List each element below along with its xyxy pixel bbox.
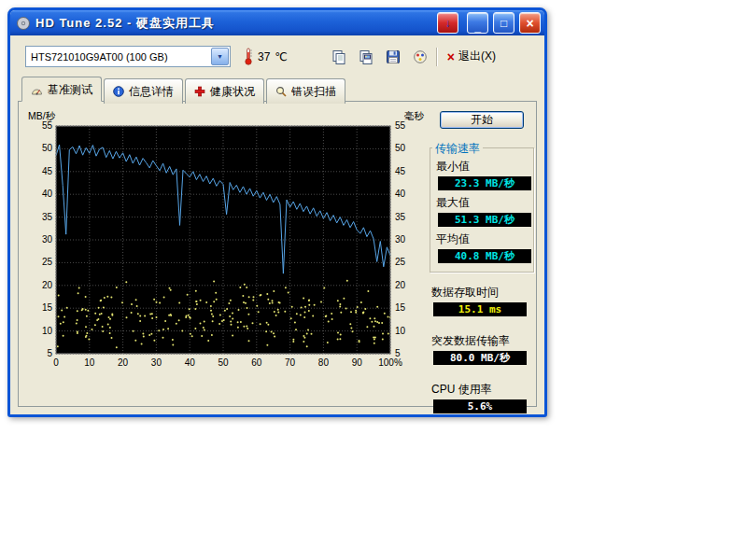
svg-text:40: 40 [395, 189, 406, 199]
svg-text:55: 55 [395, 120, 406, 131]
svg-text:80: 80 [318, 357, 330, 368]
svg-text:45: 45 [42, 166, 53, 176]
health-cross-icon [194, 86, 205, 97]
info-icon [113, 86, 124, 97]
access-time-value: 15.1 ms [433, 302, 527, 316]
window-title: HD Tune 2.52 - 硬盘实用工具 [35, 15, 432, 32]
tab-benchmark[interactable]: 基准测试 [21, 77, 102, 102]
chevron-down-icon[interactable]: ▼ [211, 48, 229, 65]
svg-text:35: 35 [395, 212, 406, 222]
benchmark-chart: 5555505045454040353530302525202015151010… [22, 107, 426, 402]
save-icon [386, 49, 401, 64]
svg-text:40: 40 [185, 357, 196, 368]
download-button[interactable]: ↓ [437, 12, 458, 34]
svg-text:70: 70 [285, 357, 296, 368]
svg-text:20: 20 [42, 280, 53, 290]
toolbar: HTS721010G9AT00 (100 GB) ▼ 37 ℃ [10, 35, 544, 74]
tab-error-scan-label: 错误扫描 [291, 84, 336, 100]
title-bar[interactable]: HD Tune 2.52 - 硬盘实用工具 ↓ _ □ × [10, 10, 544, 35]
burst-rate-label: 突发数据传输率 [431, 333, 534, 349]
magnifier-icon [275, 86, 287, 97]
svg-text:50: 50 [42, 143, 53, 153]
avg-value: 40.8 MB/秒 [438, 249, 531, 263]
maximize-button[interactable]: □ [493, 12, 514, 34]
options-icon [413, 49, 428, 64]
tab-error-scan[interactable]: 错误扫描 [266, 78, 345, 104]
tab-health[interactable]: 健康状况 [185, 78, 264, 104]
svg-text:MB/秒: MB/秒 [28, 110, 56, 121]
gauge-icon [31, 85, 43, 96]
thermometer-icon [244, 48, 253, 65]
app-window: HD Tune 2.52 - 硬盘实用工具 ↓ _ □ × HTS721010G… [7, 7, 547, 417]
access-time-label: 数据存取时间 [431, 285, 534, 301]
svg-text:20: 20 [395, 280, 406, 290]
svg-text:100%: 100% [378, 357, 402, 368]
svg-text:毫秒: 毫秒 [404, 110, 425, 121]
exit-x-icon: × [447, 50, 455, 63]
cpu-usage-section: CPU 使用率 5.6% [430, 381, 534, 417]
svg-text:5: 5 [47, 348, 52, 358]
temperature-indicator: 37 ℃ [244, 48, 288, 65]
svg-text:30: 30 [395, 234, 406, 245]
min-value: 23.3 MB/秒 [438, 176, 531, 190]
toolbar-icons [329, 47, 430, 67]
svg-text:10: 10 [395, 326, 406, 336]
close-button[interactable]: × [519, 12, 541, 34]
burst-rate-value: 80.0 MB/秒 [433, 351, 527, 365]
exit-button[interactable]: × 退出(X) [444, 47, 500, 66]
drive-select[interactable]: HTS721010G9AT00 (100 GB) ▼ [25, 46, 231, 67]
copy-image-icon [359, 49, 374, 64]
max-label: 最大值 [436, 195, 529, 211]
save-button[interactable] [383, 47, 403, 67]
copy-image-button[interactable] [356, 47, 376, 67]
svg-text:15: 15 [42, 302, 53, 313]
tab-health-label: 健康状况 [210, 84, 255, 100]
exit-button-label: 退出(X) [458, 49, 496, 64]
burst-rate-section: 突发数据传输率 80.0 MB/秒 [430, 332, 534, 370]
copy-icon [331, 49, 346, 64]
app-icon [16, 16, 31, 31]
tab-benchmark-label: 基准测试 [48, 82, 92, 98]
transfer-rate-group-title: 传输速率 [432, 141, 483, 157]
drive-select-value: HTS721010G9AT00 (100 GB) [26, 51, 210, 63]
svg-text:30: 30 [151, 357, 162, 368]
svg-text:30: 30 [42, 234, 53, 245]
tab-info[interactable]: 信息详情 [104, 78, 183, 104]
tab-info-label: 信息详情 [129, 84, 174, 100]
svg-text:0: 0 [53, 357, 59, 368]
options-button[interactable] [410, 47, 430, 67]
toolbar-separator [436, 48, 438, 66]
svg-text:10: 10 [84, 357, 95, 368]
svg-text:20: 20 [118, 357, 129, 368]
start-button[interactable]: 开始 [440, 111, 524, 129]
svg-text:35: 35 [42, 212, 53, 222]
cpu-usage-value: 5.6% [433, 399, 527, 413]
temperature-value: 37 [258, 50, 270, 63]
svg-text:50: 50 [218, 357, 229, 368]
svg-text:40: 40 [42, 189, 53, 199]
svg-text:25: 25 [42, 257, 53, 267]
svg-text:15: 15 [395, 302, 406, 313]
copy-text-button[interactable] [329, 47, 349, 67]
transfer-rate-group: 传输速率 最小值 23.3 MB/秒 最大值 51.3 MB/秒 平均值 40.… [430, 147, 534, 273]
temperature-unit: ℃ [275, 50, 287, 63]
svg-text:10: 10 [42, 326, 53, 336]
svg-text:90: 90 [352, 357, 363, 368]
benchmark-panel: 5555505045454040353530302525202015151010… [18, 101, 537, 407]
svg-text:60: 60 [251, 357, 262, 368]
min-label: 最小值 [436, 159, 529, 175]
access-time-section: 数据存取时间 15.1 ms [430, 284, 534, 321]
svg-text:25: 25 [395, 257, 406, 267]
tab-strip: 基准测试 信息详情 健康状况 [21, 77, 544, 102]
avg-label: 平均值 [436, 231, 529, 247]
max-value: 51.3 MB/秒 [438, 213, 531, 227]
cpu-usage-label: CPU 使用率 [431, 382, 534, 398]
benchmark-chart-svg: 5555505045454040353530302525202015151010… [22, 107, 426, 382]
minimize-button[interactable]: _ [467, 12, 488, 34]
svg-text:55: 55 [42, 120, 53, 131]
svg-text:50: 50 [395, 143, 406, 153]
svg-text:45: 45 [395, 166, 406, 176]
results-column: 开始 传输速率 最小值 23.3 MB/秒 最大值 51.3 MB/秒 平均值 … [430, 107, 534, 402]
